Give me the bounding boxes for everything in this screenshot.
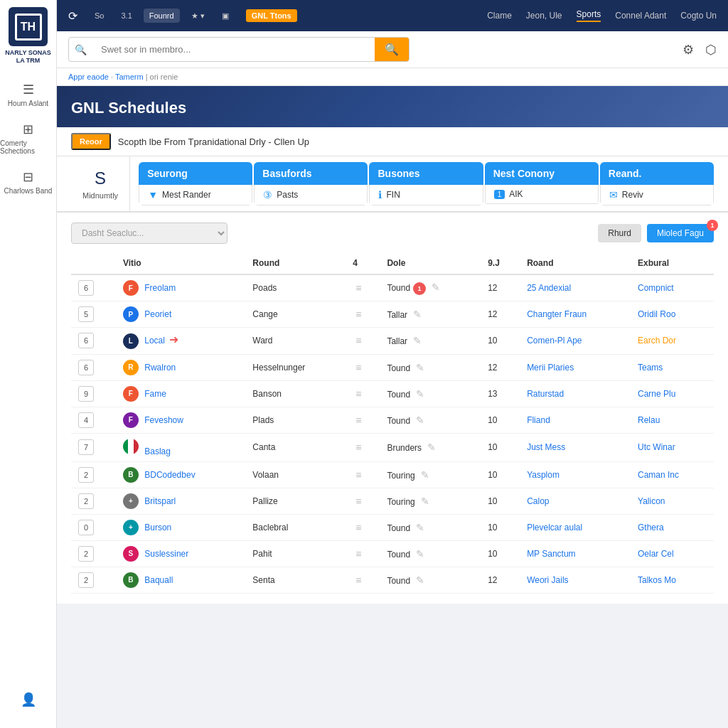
cell-exbural: Earch Dor bbox=[631, 328, 714, 355]
exbural-link[interactable]: Relau bbox=[638, 415, 660, 425]
table-row: 2 S Suslessiner Pahit ≡ Tound ✎ 10 MP Sa… bbox=[71, 540, 714, 567]
table-search-select[interactable]: Dasht Seacluc... bbox=[71, 223, 228, 244]
exbural-link[interactable]: Gthera bbox=[638, 523, 664, 532]
status-icon: ≡ bbox=[355, 522, 361, 533]
team-name-link[interactable]: Suslessiner bbox=[144, 548, 188, 558]
breadcrumb-link-1[interactable]: Appr eaode bbox=[68, 73, 109, 81]
team-name-link[interactable]: Britsparl bbox=[144, 496, 176, 505]
cell-nj: 10 bbox=[481, 488, 520, 514]
cell-4: ≡ bbox=[346, 567, 380, 593]
card-sub-basufords: Pasts bbox=[277, 190, 298, 200]
category-card-busones[interactable]: Busones ℹ FIN bbox=[369, 162, 483, 205]
nav-connel[interactable]: Connel Adant bbox=[615, 11, 666, 21]
roand-link[interactable]: 25 Andexial bbox=[527, 283, 571, 293]
team-name-link[interactable]: BDCodedbev bbox=[144, 469, 195, 479]
roand-link[interactable]: Calop bbox=[527, 496, 549, 506]
team-name-link[interactable]: Freolam bbox=[144, 283, 176, 293]
category-card-basufords[interactable]: Basufords ③ Pasts bbox=[254, 162, 368, 205]
team-name-link[interactable]: Baquall bbox=[144, 574, 173, 584]
cell-round: Baclebral bbox=[245, 514, 346, 540]
team-name-link[interactable]: Peoriet bbox=[144, 309, 171, 319]
sidebar-item-charlows[interactable]: ⊟ Charlows Band bbox=[0, 162, 56, 202]
midnumtly-label: Midnumtly bbox=[82, 191, 118, 200]
status-icon: ≡ bbox=[355, 362, 361, 373]
exbural-link[interactable]: Oridil Roo bbox=[638, 309, 675, 319]
exbural-link[interactable]: Utc Winar bbox=[638, 442, 675, 452]
team-name-link[interactable]: Local bbox=[144, 336, 165, 346]
category-card-reand[interactable]: Reand. ✉ Reviv bbox=[600, 162, 714, 205]
team-name-link[interactable]: Rwalron bbox=[144, 362, 176, 372]
exbural-link[interactable]: Talkos Mo bbox=[638, 575, 676, 585]
exbural-link[interactable]: Carne Plu bbox=[638, 389, 675, 399]
roand-link[interactable]: Plevelcar aulal bbox=[527, 523, 582, 532]
nav-jeon[interactable]: Jeon, Ule bbox=[526, 11, 562, 21]
th-exbural: Exbural bbox=[631, 252, 714, 274]
team-name-link[interactable]: Feveshow bbox=[144, 414, 183, 424]
cell-num: 4 bbox=[71, 407, 116, 433]
topbar-tab-so[interactable]: So bbox=[89, 9, 109, 23]
th-nj: 9.J bbox=[481, 252, 520, 274]
dole-icon: ✎ bbox=[410, 335, 422, 346]
sidebar-logo-inner: TH bbox=[15, 14, 42, 41]
team-num: 6 bbox=[78, 333, 94, 348]
roand-link[interactable]: MP Sanctum bbox=[527, 549, 575, 559]
team-name-link[interactable]: Fame bbox=[144, 388, 166, 398]
exbural-link[interactable]: Caman Inc bbox=[638, 470, 679, 480]
roand-link[interactable]: Merii Plaries bbox=[527, 363, 574, 373]
breadcrumb-link-2[interactable]: Tamerm bbox=[115, 73, 144, 81]
team-num: 2 bbox=[78, 546, 94, 562]
nav-clame[interactable]: Clame bbox=[487, 11, 512, 21]
search-input[interactable] bbox=[92, 39, 375, 60]
roand-link[interactable]: Weori Jails bbox=[527, 575, 568, 585]
cell-nj: 13 bbox=[481, 380, 520, 407]
sidebar-item-user[interactable]: 👤 bbox=[21, 685, 36, 717]
dole-icon: ✎ bbox=[413, 574, 424, 586]
alert-badge-button[interactable]: Reoor bbox=[71, 133, 111, 150]
breadcrumb-current: ori renie bbox=[150, 73, 178, 81]
sidebar-item-community[interactable]: ⊞ Comerty Schections bbox=[0, 114, 56, 162]
cell-vitio: S Suslessiner bbox=[116, 540, 245, 567]
mioled-fagu-button[interactable]: Mioled Fagu 1 ➜ bbox=[647, 224, 714, 242]
cell-vitio: F Feveshow bbox=[116, 407, 245, 433]
topbar-tab-box[interactable]: ▣ bbox=[216, 9, 235, 23]
sidebar-logo-text: TH bbox=[21, 21, 36, 33]
topbar-nav: Clame Jeon, Ule Sports Connel Adant Cogt… bbox=[487, 9, 717, 22]
roand-link[interactable]: Comen-Pl Ape bbox=[527, 336, 582, 346]
status-icon: ≡ bbox=[355, 548, 361, 560]
table-row: 4 F Feveshow Plads ≡ Tound ✎ 10 Fliand R… bbox=[71, 407, 714, 433]
card-icon-basufords: ③ bbox=[263, 189, 272, 200]
card-sub-seurong: Mest Rander bbox=[162, 190, 211, 200]
roand-link[interactable]: Just Mess bbox=[527, 442, 565, 452]
cell-vitio: F Freolam bbox=[116, 274, 245, 301]
nav-cogto[interactable]: Cogto Un bbox=[680, 11, 717, 21]
category-card-seurong[interactable]: Seurong ▼ Mest Rander bbox=[139, 162, 252, 205]
cell-exbural: Oelar Cel bbox=[631, 540, 714, 567]
roand-link[interactable]: Yasplom bbox=[527, 470, 560, 480]
topbar-tab-founrd[interactable]: Founrd bbox=[144, 9, 180, 23]
exbural-link[interactable]: Oelar Cel bbox=[638, 549, 674, 559]
sidebar-item-home[interactable]: ☰ Hourn Aslant bbox=[0, 75, 56, 114]
roand-link[interactable]: Fliand bbox=[527, 415, 550, 425]
roand-link[interactable]: Raturstad bbox=[527, 389, 564, 399]
exbural-link[interactable]: Teams bbox=[638, 363, 663, 373]
card-header-seurong: Seurong bbox=[139, 162, 252, 185]
team-name-link[interactable]: Baslag bbox=[144, 446, 171, 456]
exbural-link[interactable]: Compnict bbox=[638, 283, 674, 293]
category-card-nestconony[interactable]: Nest Conony 1 AIK bbox=[485, 162, 599, 205]
settings-icon[interactable]: ⬡ bbox=[705, 42, 717, 58]
roand-link[interactable]: Changter Fraun bbox=[527, 309, 587, 319]
topbar-tab-31[interactable]: 3.1 bbox=[115, 9, 137, 23]
search-box: 🔍 🔍 bbox=[68, 37, 410, 62]
exbural-link[interactable]: Earch Dor bbox=[638, 336, 676, 346]
topbar-tab-star[interactable]: ★ ▾ bbox=[186, 9, 210, 23]
status-icon: ≡ bbox=[355, 441, 361, 453]
nav-sports[interactable]: Sports bbox=[577, 9, 601, 22]
cell-round: Poads bbox=[245, 274, 346, 301]
exbural-link[interactable]: Yalicon bbox=[638, 496, 665, 506]
team-name-link[interactable]: Burson bbox=[144, 522, 171, 532]
gear-icon[interactable]: ⚙ bbox=[682, 42, 694, 58]
search-button[interactable]: 🔍 bbox=[375, 38, 409, 61]
rhurd-button[interactable]: Rhurd bbox=[598, 224, 641, 242]
table-row: 9 F Fame Banson ≡ Tound ✎ 13 Raturstad C… bbox=[71, 380, 714, 407]
cell-nj: 12 bbox=[481, 567, 520, 593]
